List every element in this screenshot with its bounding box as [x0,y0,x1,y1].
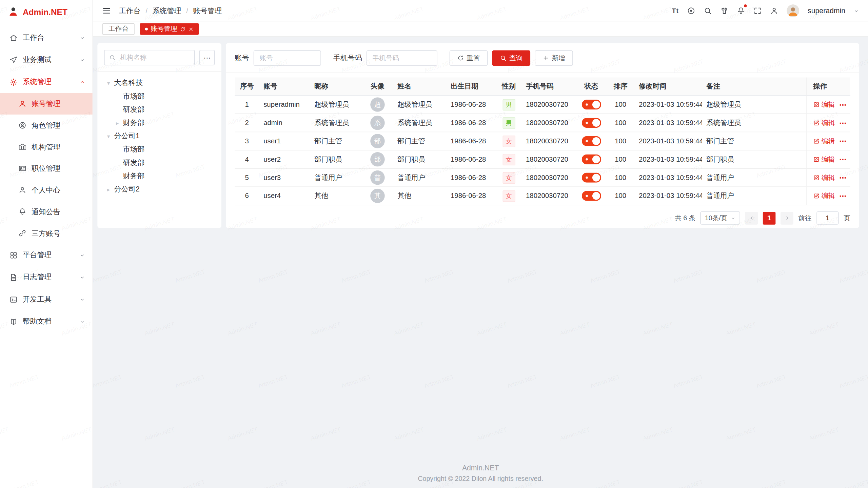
sidebar-item-org-management[interactable]: 机构管理 [0,136,93,158]
cell-nickname: 超级管理员 [310,100,362,109]
goto-page-input[interactable] [816,211,839,225]
sidebar-item-log-management[interactable]: 日志管理 [0,266,93,288]
tree-node[interactable]: ▸分公司2 [104,183,215,196]
tree-node[interactable]: 财务部 [104,169,215,183]
sidebar-item-dev-tools[interactable]: 开发工具 [0,288,93,310]
edit-button[interactable]: 编辑 [813,118,835,128]
page-size-select[interactable]: 10条/页 [701,211,740,225]
search-button[interactable]: 查询 [492,50,530,66]
breadcrumb-item[interactable]: 账号管理 [193,6,222,16]
caret-down-icon[interactable]: ▾ [105,80,112,86]
tab-bar: 工作台 账号管理 [93,22,868,36]
next-page-button[interactable] [781,211,793,224]
more-actions-button[interactable]: ⋯ [839,137,846,145]
username[interactable]: superadmin [808,7,845,15]
cell-modify-time: 2023-01-03 10:59:44 [634,137,702,145]
tree-node[interactable]: ▾分公司1 [104,129,215,143]
edit-button[interactable]: 编辑 [813,173,835,182]
table-row: 3 user1 部门主管 部 部门主管 1986-06-28 女 1802003… [235,132,850,150]
more-actions-button[interactable]: ⋯ [839,155,846,163]
id-card-icon [18,164,26,172]
edit-icon [813,192,820,199]
breadcrumb-item[interactable]: 系统管理 [153,6,181,16]
user-avatar[interactable] [787,4,800,17]
gender-badge: 女 [502,172,515,183]
status-toggle[interactable] [581,100,601,109]
more-actions-button[interactable]: ⋯ [839,100,846,108]
header-actions: Tt superadmin [672,4,859,17]
caret-down-icon[interactable]: ▾ [105,133,112,139]
caret-right-icon[interactable]: ▸ [114,120,121,126]
cell-remark: 系统管理员 [702,118,806,128]
add-button[interactable]: 新增 [535,50,573,66]
profile-button[interactable] [770,7,778,15]
tree-node[interactable]: 研发部 [104,156,215,169]
tree-node[interactable]: ▸财务部 [104,116,215,129]
theme-button[interactable] [720,7,728,15]
account-input[interactable] [258,54,316,62]
sidebar-item-third-party-account[interactable]: 三方账号 [0,222,93,244]
phone-input[interactable] [372,54,433,62]
tree-node[interactable]: 市场部 [104,143,215,156]
breadcrumb-item[interactable]: 工作台 [119,6,141,16]
component-size-button[interactable] [687,7,695,15]
sidebar-item-workbench[interactable]: 工作台 [0,26,93,48]
status-toggle[interactable] [581,155,601,164]
sidebar-item-notice[interactable]: 通知公告 [0,201,93,223]
fullscreen-button[interactable] [753,7,762,15]
close-icon[interactable] [188,26,194,32]
link-icon [18,229,26,237]
cell-actions: 编辑⋯ [806,187,850,205]
notification-badge [744,4,747,7]
more-actions-button[interactable]: ⋯ [839,119,846,127]
cell-modify-time: 2023-01-03 10:59:44 [634,192,702,200]
gender-badge: 男 [502,117,515,128]
sidebar-item-system-management[interactable]: 系统管理 [0,71,93,93]
more-actions-button[interactable]: ⋯ [839,192,846,200]
status-toggle[interactable] [581,118,601,128]
caret-right-icon[interactable]: ▸ [105,186,112,192]
logo[interactable]: Admin.NET [0,0,93,23]
global-search-button[interactable] [704,7,712,15]
cell-sort: 100 [607,192,634,200]
tab-workbench[interactable]: 工作台 [102,23,135,35]
status-toggle[interactable] [581,136,601,146]
page-number-button[interactable]: 1 [763,211,776,224]
cell-sort: 100 [607,137,634,145]
sidebar-item-personal-center[interactable]: 个人中心 [0,179,93,201]
cell-name: 部门主管 [393,136,446,146]
sidebar-item-role-management[interactable]: 角色管理 [0,115,93,136]
more-actions-button[interactable]: ⋯ [839,174,846,182]
edit-button[interactable]: 编辑 [813,191,835,201]
edit-button[interactable]: 编辑 [813,136,835,146]
prev-page-button[interactable] [745,211,758,224]
tree-node[interactable]: ▾大名科技 [104,76,215,89]
total-count: 共 6 条 [675,213,695,223]
refresh-icon[interactable] [180,26,185,32]
breadcrumb-separator: / [145,7,147,15]
edit-button[interactable]: 编辑 [813,100,835,109]
org-search-input[interactable] [119,53,190,62]
notifications-button[interactable] [737,7,745,15]
org-more-button[interactable]: ⋯ [199,50,215,65]
status-toggle[interactable] [581,172,601,182]
tree-node[interactable]: 研发部 [104,103,215,116]
sidebar-item-business-test[interactable]: 业务测试 [0,49,93,71]
reset-button[interactable]: 重置 [450,50,488,66]
sidebar-item-help-docs[interactable]: 帮助文档 [0,310,93,332]
avatar: 超 [370,97,384,111]
app-root: Admin.NET 工作台 业务测试 系统管理 账号管理 [0,0,868,488]
status-toggle[interactable] [581,191,601,201]
font-size-button[interactable]: Tt [672,7,679,15]
tab-account-management[interactable]: 账号管理 [140,23,199,35]
edit-icon [813,138,820,145]
breadcrumb: 工作台 / 系统管理 / 账号管理 [119,6,222,16]
tree-node[interactable]: 市场部 [104,89,215,103]
sidebar-item-position-management[interactable]: 职位管理 [0,158,93,179]
menu-icon[interactable] [102,6,111,16]
avatar: 部 [370,134,384,148]
edit-button[interactable]: 编辑 [813,155,835,164]
sidebar-item-platform-management[interactable]: 平台管理 [0,244,93,266]
sidebar-item-account-management[interactable]: 账号管理 [0,93,93,115]
cell-nickname: 普通用户 [310,173,362,182]
